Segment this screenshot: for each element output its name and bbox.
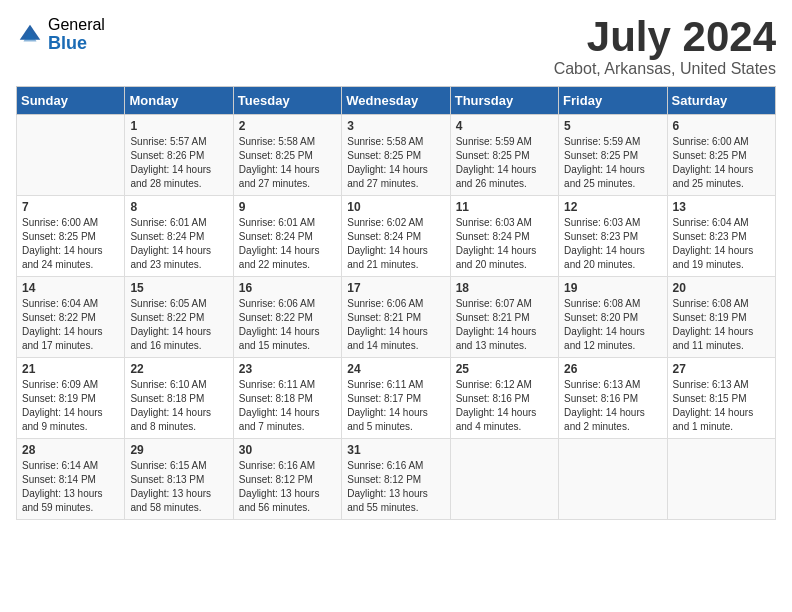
calendar-week-row: 7Sunrise: 6:00 AM Sunset: 8:25 PM Daylig…	[17, 196, 776, 277]
day-info: Sunrise: 6:03 AM Sunset: 8:23 PM Dayligh…	[564, 216, 661, 272]
day-info: Sunrise: 6:09 AM Sunset: 8:19 PM Dayligh…	[22, 378, 119, 434]
day-number: 9	[239, 200, 336, 214]
calendar-cell: 18Sunrise: 6:07 AM Sunset: 8:21 PM Dayli…	[450, 277, 558, 358]
day-number: 16	[239, 281, 336, 295]
calendar-cell: 31Sunrise: 6:16 AM Sunset: 8:12 PM Dayli…	[342, 439, 450, 520]
calendar-cell: 29Sunrise: 6:15 AM Sunset: 8:13 PM Dayli…	[125, 439, 233, 520]
day-info: Sunrise: 6:11 AM Sunset: 8:18 PM Dayligh…	[239, 378, 336, 434]
logo-icon	[16, 21, 44, 49]
day-info: Sunrise: 6:16 AM Sunset: 8:12 PM Dayligh…	[239, 459, 336, 515]
calendar-week-row: 1Sunrise: 5:57 AM Sunset: 8:26 PM Daylig…	[17, 115, 776, 196]
calendar-cell: 26Sunrise: 6:13 AM Sunset: 8:16 PM Dayli…	[559, 358, 667, 439]
day-number: 31	[347, 443, 444, 457]
day-number: 6	[673, 119, 770, 133]
calendar-cell: 16Sunrise: 6:06 AM Sunset: 8:22 PM Dayli…	[233, 277, 341, 358]
day-info: Sunrise: 6:02 AM Sunset: 8:24 PM Dayligh…	[347, 216, 444, 272]
calendar-cell: 30Sunrise: 6:16 AM Sunset: 8:12 PM Dayli…	[233, 439, 341, 520]
day-number: 21	[22, 362, 119, 376]
logo-blue: Blue	[48, 34, 105, 54]
day-info: Sunrise: 6:08 AM Sunset: 8:20 PM Dayligh…	[564, 297, 661, 353]
day-info: Sunrise: 6:16 AM Sunset: 8:12 PM Dayligh…	[347, 459, 444, 515]
day-info: Sunrise: 6:13 AM Sunset: 8:15 PM Dayligh…	[673, 378, 770, 434]
calendar-cell: 23Sunrise: 6:11 AM Sunset: 8:18 PM Dayli…	[233, 358, 341, 439]
calendar-cell: 7Sunrise: 6:00 AM Sunset: 8:25 PM Daylig…	[17, 196, 125, 277]
calendar-cell	[667, 439, 775, 520]
logo: General Blue	[16, 16, 105, 53]
day-info: Sunrise: 6:01 AM Sunset: 8:24 PM Dayligh…	[130, 216, 227, 272]
day-info: Sunrise: 6:10 AM Sunset: 8:18 PM Dayligh…	[130, 378, 227, 434]
day-info: Sunrise: 6:06 AM Sunset: 8:21 PM Dayligh…	[347, 297, 444, 353]
day-info: Sunrise: 6:00 AM Sunset: 8:25 PM Dayligh…	[673, 135, 770, 191]
day-number: 20	[673, 281, 770, 295]
calendar-cell: 15Sunrise: 6:05 AM Sunset: 8:22 PM Dayli…	[125, 277, 233, 358]
day-number: 12	[564, 200, 661, 214]
day-number: 8	[130, 200, 227, 214]
day-number: 17	[347, 281, 444, 295]
day-number: 14	[22, 281, 119, 295]
weekday-header: Saturday	[667, 87, 775, 115]
day-number: 28	[22, 443, 119, 457]
day-number: 13	[673, 200, 770, 214]
logo-text: General Blue	[48, 16, 105, 53]
calendar-cell: 6Sunrise: 6:00 AM Sunset: 8:25 PM Daylig…	[667, 115, 775, 196]
weekday-header: Friday	[559, 87, 667, 115]
location: Cabot, Arkansas, United States	[554, 60, 776, 78]
calendar-week-row: 28Sunrise: 6:14 AM Sunset: 8:14 PM Dayli…	[17, 439, 776, 520]
calendar-cell: 24Sunrise: 6:11 AM Sunset: 8:17 PM Dayli…	[342, 358, 450, 439]
calendar-cell: 27Sunrise: 6:13 AM Sunset: 8:15 PM Dayli…	[667, 358, 775, 439]
weekday-header: Tuesday	[233, 87, 341, 115]
calendar-cell: 12Sunrise: 6:03 AM Sunset: 8:23 PM Dayli…	[559, 196, 667, 277]
day-number: 1	[130, 119, 227, 133]
weekday-header: Thursday	[450, 87, 558, 115]
day-number: 15	[130, 281, 227, 295]
calendar-cell: 13Sunrise: 6:04 AM Sunset: 8:23 PM Dayli…	[667, 196, 775, 277]
logo-general: General	[48, 16, 105, 34]
day-number: 22	[130, 362, 227, 376]
weekday-header-row: SundayMondayTuesdayWednesdayThursdayFrid…	[17, 87, 776, 115]
calendar-cell: 28Sunrise: 6:14 AM Sunset: 8:14 PM Dayli…	[17, 439, 125, 520]
day-number: 25	[456, 362, 553, 376]
day-number: 23	[239, 362, 336, 376]
day-number: 19	[564, 281, 661, 295]
calendar-cell: 1Sunrise: 5:57 AM Sunset: 8:26 PM Daylig…	[125, 115, 233, 196]
day-info: Sunrise: 6:01 AM Sunset: 8:24 PM Dayligh…	[239, 216, 336, 272]
title-block: July 2024 Cabot, Arkansas, United States	[554, 16, 776, 78]
weekday-header: Monday	[125, 87, 233, 115]
day-number: 26	[564, 362, 661, 376]
calendar-cell: 2Sunrise: 5:58 AM Sunset: 8:25 PM Daylig…	[233, 115, 341, 196]
day-number: 3	[347, 119, 444, 133]
day-info: Sunrise: 5:58 AM Sunset: 8:25 PM Dayligh…	[347, 135, 444, 191]
day-number: 27	[673, 362, 770, 376]
calendar-cell: 21Sunrise: 6:09 AM Sunset: 8:19 PM Dayli…	[17, 358, 125, 439]
day-info: Sunrise: 6:04 AM Sunset: 8:22 PM Dayligh…	[22, 297, 119, 353]
day-number: 7	[22, 200, 119, 214]
day-info: Sunrise: 6:07 AM Sunset: 8:21 PM Dayligh…	[456, 297, 553, 353]
day-info: Sunrise: 6:15 AM Sunset: 8:13 PM Dayligh…	[130, 459, 227, 515]
calendar-cell: 11Sunrise: 6:03 AM Sunset: 8:24 PM Dayli…	[450, 196, 558, 277]
calendar-cell: 8Sunrise: 6:01 AM Sunset: 8:24 PM Daylig…	[125, 196, 233, 277]
day-number: 11	[456, 200, 553, 214]
month-title: July 2024	[554, 16, 776, 58]
day-info: Sunrise: 6:12 AM Sunset: 8:16 PM Dayligh…	[456, 378, 553, 434]
calendar-cell: 3Sunrise: 5:58 AM Sunset: 8:25 PM Daylig…	[342, 115, 450, 196]
day-number: 4	[456, 119, 553, 133]
calendar-cell	[17, 115, 125, 196]
calendar-cell: 17Sunrise: 6:06 AM Sunset: 8:21 PM Dayli…	[342, 277, 450, 358]
page-header: General Blue July 2024 Cabot, Arkansas, …	[16, 16, 776, 78]
calendar-cell: 22Sunrise: 6:10 AM Sunset: 8:18 PM Dayli…	[125, 358, 233, 439]
weekday-header: Wednesday	[342, 87, 450, 115]
calendar-cell	[450, 439, 558, 520]
day-info: Sunrise: 6:13 AM Sunset: 8:16 PM Dayligh…	[564, 378, 661, 434]
day-info: Sunrise: 6:06 AM Sunset: 8:22 PM Dayligh…	[239, 297, 336, 353]
calendar-cell: 5Sunrise: 5:59 AM Sunset: 8:25 PM Daylig…	[559, 115, 667, 196]
calendar-table: SundayMondayTuesdayWednesdayThursdayFrid…	[16, 86, 776, 520]
day-info: Sunrise: 6:14 AM Sunset: 8:14 PM Dayligh…	[22, 459, 119, 515]
day-info: Sunrise: 6:04 AM Sunset: 8:23 PM Dayligh…	[673, 216, 770, 272]
weekday-header: Sunday	[17, 87, 125, 115]
day-number: 29	[130, 443, 227, 457]
calendar-cell: 14Sunrise: 6:04 AM Sunset: 8:22 PM Dayli…	[17, 277, 125, 358]
day-info: Sunrise: 6:00 AM Sunset: 8:25 PM Dayligh…	[22, 216, 119, 272]
calendar-week-row: 14Sunrise: 6:04 AM Sunset: 8:22 PM Dayli…	[17, 277, 776, 358]
day-number: 10	[347, 200, 444, 214]
day-number: 18	[456, 281, 553, 295]
